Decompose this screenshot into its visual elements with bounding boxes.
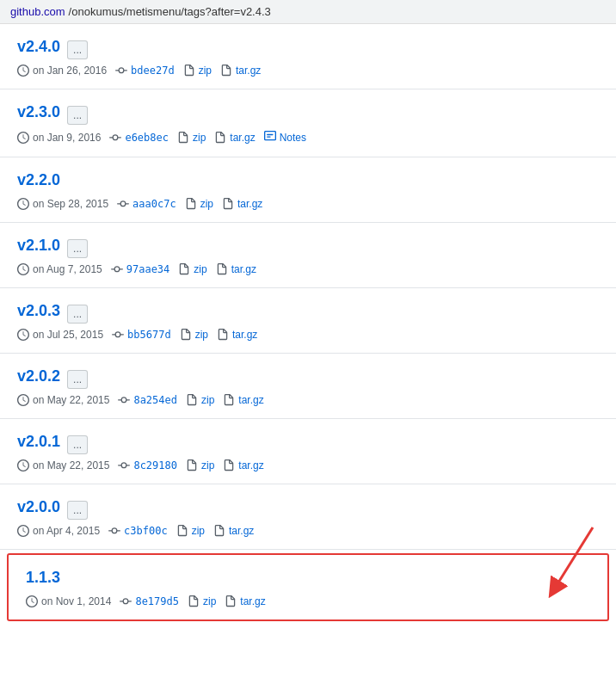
tag-meta: on Apr 4, 2015c3bf00cziptar.gz — [17, 525, 599, 537]
targz-label: tar.gz — [229, 525, 254, 537]
commit-hash[interactable]: 8e179d5 — [135, 595, 179, 607]
zip-label: zip — [195, 329, 208, 341]
clock-icon — [17, 329, 29, 341]
commit-hash[interactable]: 8c29180 — [133, 459, 177, 472]
targz-label: tar.gz — [238, 459, 263, 472]
tag-date: on May 22, 2015 — [17, 459, 109, 472]
url-domain: github.com — [10, 5, 65, 18]
commit-hash[interactable]: 97aae34 — [126, 263, 170, 275]
date-text: on May 22, 2015 — [33, 394, 109, 406]
clock-icon — [17, 198, 29, 210]
tag-date: on Jan 26, 2016 — [17, 65, 107, 77]
targz-link[interactable]: tar.gz — [222, 198, 262, 210]
targz-link[interactable]: tar.gz — [220, 65, 261, 77]
tag-date: on Aug 7, 2015 — [17, 263, 102, 275]
tag-name[interactable]: v2.0.0 — [17, 498, 60, 516]
url-path: /onokumus/metismenu/tags?after=v2.4.3 — [69, 5, 271, 18]
tag-header: v2.0.2... — [17, 367, 599, 391]
tag-date: on Sep 28, 2015 — [17, 198, 108, 210]
zip-label: zip — [203, 595, 216, 607]
dots-button[interactable]: ... — [67, 435, 88, 454]
tag-meta: on Sep 28, 2015aaa0c7cziptar.gz — [17, 198, 599, 210]
zip-label: zip — [201, 459, 214, 472]
tag-name[interactable]: v2.0.1 — [17, 433, 60, 451]
file-icon — [178, 263, 190, 275]
date-text: on Aug 7, 2015 — [33, 263, 102, 275]
zip-link[interactable]: zip — [185, 198, 213, 210]
tag-name[interactable]: 1.1.3 — [26, 569, 60, 587]
tag-meta: on Jul 25, 2015bb5677dziptar.gz — [17, 329, 599, 341]
zip-link[interactable]: zip — [176, 525, 205, 537]
zip-link[interactable]: zip — [180, 329, 208, 341]
tag-name[interactable]: v2.0.3 — [17, 302, 60, 320]
commit-icon — [117, 198, 129, 210]
clock-icon — [17, 263, 29, 275]
tag-date: on Jan 9, 2016 — [17, 132, 101, 144]
tag-name[interactable]: v2.2.0 — [17, 171, 60, 189]
tag-commit: 8e179d5 — [120, 595, 179, 607]
zip-link[interactable]: zip — [177, 132, 206, 144]
tag-name[interactable]: v2.1.0 — [17, 237, 60, 255]
tag-meta: on Jan 9, 2016e6eb8ecziptar.gzNotes — [17, 130, 599, 145]
tag-commit: 97aae34 — [111, 263, 170, 275]
date-text: on Nov 1, 2014 — [41, 595, 111, 607]
tag-entry: v2.1.0...on Aug 7, 201597aae34ziptar.gz — [0, 223, 616, 288]
targz-link[interactable]: tar.gz — [216, 263, 256, 275]
commit-hash[interactable]: 8a254ed — [133, 394, 177, 406]
zip-link[interactable]: zip — [186, 459, 214, 472]
dots-button[interactable]: ... — [67, 370, 88, 389]
targz-link[interactable]: tar.gz — [214, 132, 255, 144]
date-text: on Jan 26, 2016 — [33, 65, 107, 77]
file-icon-targz — [223, 394, 235, 406]
targz-link[interactable]: tar.gz — [213, 525, 254, 537]
commit-hash[interactable]: bb5677d — [127, 329, 171, 341]
zip-link[interactable]: zip — [186, 394, 214, 406]
targz-link[interactable]: tar.gz — [225, 595, 265, 607]
dots-button[interactable]: ... — [67, 305, 88, 324]
date-text: on Sep 28, 2015 — [33, 198, 108, 210]
tag-entry: v2.0.3...on Jul 25, 2015bb5677dziptar.gz — [0, 288, 616, 354]
zip-label: zip — [193, 132, 206, 144]
zip-link[interactable]: zip — [178, 263, 206, 275]
targz-label: tar.gz — [230, 132, 255, 144]
commit-hash[interactable]: c3bf00c — [124, 525, 168, 537]
tag-name[interactable]: v2.3.0 — [17, 103, 60, 121]
zip-link[interactable]: zip — [183, 65, 212, 77]
targz-link[interactable]: tar.gz — [223, 394, 263, 406]
address-bar: github.com /onokumus/metismenu/tags?afte… — [0, 0, 616, 24]
commit-icon — [118, 459, 130, 472]
targz-link[interactable]: tar.gz — [223, 459, 263, 472]
commit-hash[interactable]: e6eb8ec — [125, 132, 169, 144]
tag-entry: v2.0.0...on Apr 4, 2015c3bf00cziptar.gz — [0, 484, 616, 550]
clock-icon — [17, 459, 29, 472]
file-icon-targz — [220, 65, 232, 77]
tag-entry: v2.0.2...on May 22, 20158a254edziptar.gz — [0, 354, 616, 419]
content: v2.4.0...on Jan 26, 2016bdee27dziptar.gz… — [0, 24, 616, 621]
targz-label: tar.gz — [238, 394, 263, 406]
tag-entry: v2.2.0on Sep 28, 2015aaa0c7cziptar.gz — [0, 157, 616, 223]
tag-header: v2.2.0 — [17, 171, 599, 194]
tag-header: v2.4.0... — [17, 38, 599, 61]
tag-header: 1.1.3 — [26, 569, 590, 592]
dots-button[interactable]: ... — [67, 106, 88, 125]
dots-button[interactable]: ... — [67, 501, 88, 520]
tag-name[interactable]: v2.4.0 — [17, 38, 60, 56]
file-icon-targz — [217, 329, 229, 341]
file-icon-targz — [216, 263, 228, 275]
tag-name[interactable]: v2.0.2 — [17, 367, 60, 385]
dots-button[interactable]: ... — [67, 40, 88, 59]
tag-commit: 8a254ed — [118, 394, 177, 406]
file-icon-targz — [225, 595, 237, 607]
date-text: on Jan 9, 2016 — [33, 132, 101, 144]
tag-meta: on Jan 26, 2016bdee27dziptar.gz — [17, 65, 599, 77]
tag-meta: on May 22, 20158a254edziptar.gz — [17, 394, 599, 406]
commit-hash[interactable]: aaa0c7c — [132, 198, 176, 210]
file-icon-targz — [214, 132, 226, 144]
notes-link[interactable]: Notes — [264, 130, 306, 145]
dots-button[interactable]: ... — [67, 239, 88, 258]
commit-hash[interactable]: bdee27d — [131, 65, 175, 77]
zip-link[interactable]: zip — [188, 595, 216, 607]
targz-link[interactable]: tar.gz — [217, 329, 257, 341]
file-icon-targz — [223, 459, 235, 472]
commit-icon — [112, 329, 124, 341]
